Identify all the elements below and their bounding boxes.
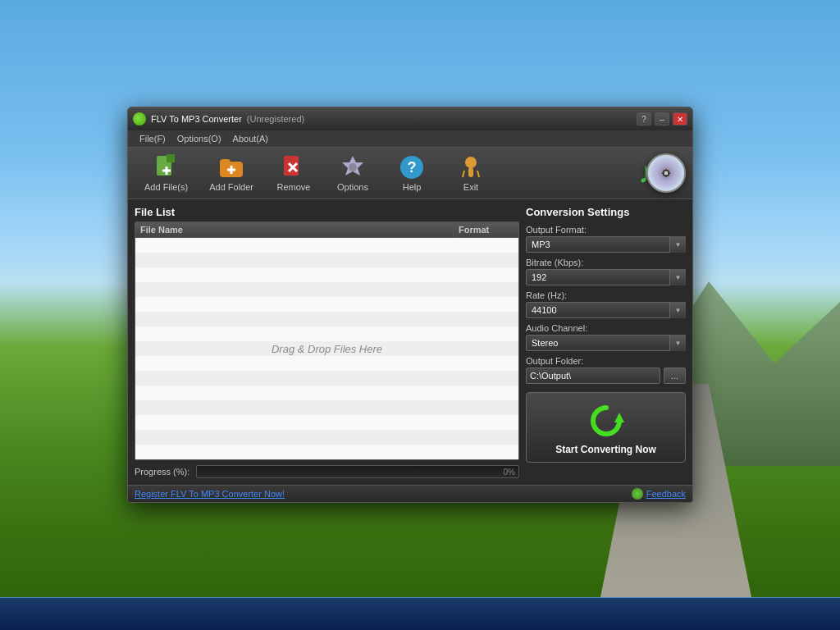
audio-channel-wrapper: Mono Stereo ▼ [526,335,686,351]
file-list-header: File Name Format [135,222,518,238]
menu-bar: File(F) Options(O) About(A) [128,130,692,148]
bitrate-row: Bitrate (Kbps): 64 96 128 192 256 320 ▼ [526,258,686,285]
svg-line-15 [463,171,464,177]
options-icon [340,154,366,180]
menu-about[interactable]: About(A) [228,132,273,145]
convert-icon [587,401,626,441]
output-format-label: Output Format: [526,225,686,235]
svg-point-13 [465,157,477,168]
output-folder-row: Output Folder: ... [526,356,686,384]
close-button[interactable]: ✕ [673,112,687,126]
add-files-icon [153,154,180,180]
file-name-column-header: File Name [135,222,453,237]
rate-label: Rate (Hz): [526,290,686,300]
svg-point-10 [349,163,357,171]
remove-label: Remove [277,182,311,192]
app-icon [133,112,146,126]
window-unregistered: (Unregistered) [247,114,304,124]
svg-marker-17 [614,413,624,422]
audio-channel-label: Audio Channel: [526,323,686,333]
remove-button[interactable]: Remove [265,151,322,195]
progress-percent: 0% [504,468,515,477]
output-folder-input[interactable] [526,368,660,384]
format-column-header: Format [453,222,518,237]
drag-drop-hint: Drag & Drop Files Here [272,343,382,355]
start-converting-label: Start Converting Now [555,444,656,455]
help-icon: ? [399,154,425,180]
progress-bar-container: 0% [196,465,519,478]
output-format-wrapper: MP3 WAV OGG AAC WMA ▼ [526,236,686,253]
help-button[interactable]: ? Help [383,151,441,195]
rate-row: Rate (Hz): 22050 44100 48000 ▼ [526,290,686,318]
progress-label: Progress (%): [135,467,189,477]
title-bar-controls: ? – ✕ [637,112,687,126]
bitrate-select[interactable]: 64 96 128 192 256 320 [526,269,686,285]
title-bar: FLV To MP3 Converter (Unregistered) ? – … [128,107,692,130]
output-format-select[interactable]: MP3 WAV OGG AAC WMA [526,236,686,253]
feedback-area: Feedback [632,488,686,500]
add-files-label: Add File(s) [144,182,188,192]
svg-line-16 [477,171,479,177]
exit-icon [458,154,484,180]
options-button[interactable]: Options [324,151,381,195]
feedback-icon [632,488,643,500]
output-format-row: Output Format: MP3 WAV OGG AAC WMA ▼ [526,225,686,253]
svg-rect-14 [468,167,473,177]
bitrate-label: Bitrate (Kbps): [526,258,686,267]
svg-rect-1 [167,154,175,162]
file-list-container: File Name Format Drag & Drop Files Here [135,221,519,460]
add-folder-label: Add Folder [209,182,253,192]
cd-icon [646,153,686,193]
options-label: Options [337,182,368,192]
status-bar: Register FLV To MP3 Converter Now! Feedb… [128,485,692,502]
menu-file[interactable]: File(F) [135,132,171,145]
app-logo: ♪ [638,153,686,193]
exit-button[interactable]: Exit [442,151,500,195]
audio-channel-row: Audio Channel: Mono Stereo ▼ [526,323,686,351]
add-folder-button[interactable]: Add Folder [199,151,263,195]
settings-title: Conversion Settings [526,206,686,218]
title-bar-left: FLV To MP3 Converter (Unregistered) [133,112,304,126]
help-label: Help [403,182,422,192]
settings-panel: Conversion Settings Output Format: MP3 W… [526,206,686,478]
rate-wrapper: 22050 44100 48000 ▼ [526,302,686,318]
add-files-button[interactable]: Add File(s) [135,151,198,195]
remove-icon [281,154,307,180]
progress-area: Progress (%): 0% [135,465,519,478]
file-list-body[interactable]: Drag & Drop Files Here [135,238,518,459]
bitrate-wrapper: 64 96 128 192 256 320 ▼ [526,269,686,285]
browse-button[interactable]: ... [664,368,686,384]
taskbar [0,597,840,630]
audio-channel-select[interactable]: Mono Stereo [526,335,686,351]
help-title-button[interactable]: ? [637,112,651,126]
file-list-title: File List [135,206,519,218]
add-folder-icon [218,154,244,180]
register-link[interactable]: Register FLV To MP3 Converter Now! [135,489,285,499]
toolbar: Add File(s) Add Folder Rem [128,148,692,199]
svg-text:?: ? [408,159,417,176]
start-converting-button[interactable]: Start Converting Now [526,392,686,463]
minimize-button[interactable]: – [655,112,669,126]
rate-select[interactable]: 22050 44100 48000 [526,302,686,318]
main-content: File List File Name Format Drag & Drop F… [128,199,692,485]
output-folder-input-row: ... [526,368,686,384]
exit-label: Exit [463,182,478,192]
menu-options[interactable]: Options(O) [172,132,226,145]
file-list-panel: File List File Name Format Drag & Drop F… [135,206,519,478]
output-folder-label: Output Folder: [526,356,686,366]
window-title: FLV To MP3 Converter [151,114,242,124]
app-window: FLV To MP3 Converter (Unregistered) ? – … [127,107,693,503]
feedback-link[interactable]: Feedback [646,489,686,499]
